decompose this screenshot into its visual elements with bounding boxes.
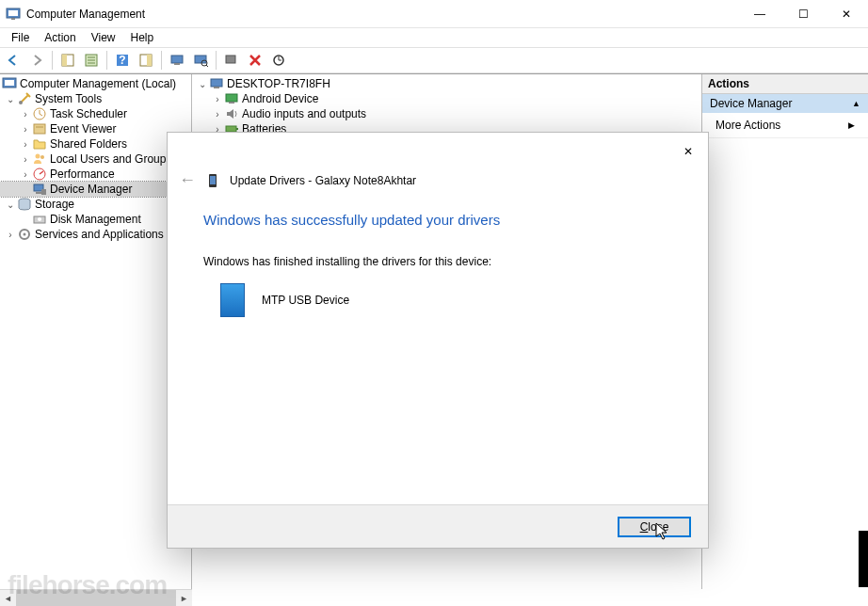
tree-local-users[interactable]: › Local Users and Groups (0, 152, 191, 167)
update-driver-icon[interactable] (267, 49, 290, 72)
dialog-footer: Close (168, 504, 708, 548)
close-button[interactable]: Close (618, 517, 691, 537)
tree-device-manager[interactable]: Device Manager (0, 182, 191, 197)
tree-root-label: Computer Management (Local) (20, 77, 176, 90)
chevron-right-icon[interactable]: › (19, 122, 32, 136)
chevron-right-icon[interactable]: › (19, 167, 32, 181)
performance-icon (32, 167, 47, 182)
action-pane-button[interactable] (135, 49, 157, 72)
svg-rect-4 (62, 55, 67, 66)
tree-performance[interactable]: › Performance (0, 167, 191, 182)
tree-system-tools[interactable]: ⌄ System Tools (0, 91, 191, 106)
svg-rect-37 (211, 79, 222, 87)
chevron-right-icon[interactable]: › (211, 92, 224, 105)
svg-line-17 (206, 65, 208, 67)
device-audio[interactable]: › Audio inputs and outputs (192, 106, 701, 121)
svg-rect-31 (41, 189, 46, 195)
svg-rect-1 (8, 10, 18, 16)
svg-rect-24 (34, 124, 45, 134)
properties-button[interactable] (80, 49, 103, 72)
device-manager-icon (32, 182, 47, 197)
maximize-button[interactable]: ☐ (781, 0, 825, 28)
chevron-right-icon[interactable]: › (211, 107, 224, 120)
svg-rect-12 (147, 55, 152, 66)
device-computer-icon[interactable] (166, 49, 188, 72)
more-actions-item[interactable]: More Actions ▶ (702, 113, 868, 138)
dialog-headline: Windows has successfully updated your dr… (203, 212, 500, 228)
menu-action[interactable]: Action (37, 29, 83, 46)
tree-label: Device Manager (50, 183, 132, 196)
help-button[interactable]: ? (111, 49, 134, 72)
device-root[interactable]: ⌄ DESKTOP-TR7I8FH (192, 76, 701, 91)
speaker-icon (224, 106, 239, 121)
chevron-down-icon[interactable]: ⌄ (4, 92, 17, 105)
svg-point-34 (38, 217, 41, 221)
chevron-down-icon[interactable]: ⌄ (196, 77, 209, 90)
svg-point-27 (40, 155, 44, 159)
tree-services[interactable]: › Services and Applications (0, 227, 191, 242)
console-tree[interactable]: Computer Management (Local) ⌄ System Too… (0, 74, 192, 589)
show-hide-tree-button[interactable] (56, 49, 79, 72)
dialog-header: ← Update Drivers - Galaxy Note8Akhtar (179, 170, 416, 190)
chevron-right-icon[interactable]: › (19, 107, 32, 120)
menu-help[interactable]: Help (123, 29, 162, 46)
scroll-thumb[interactable] (16, 590, 176, 606)
tree-root[interactable]: Computer Management (Local) (0, 76, 191, 91)
menu-view[interactable]: View (84, 29, 123, 46)
horizontal-scrollbar[interactable]: ◄ ► (0, 589, 192, 606)
svg-point-26 (36, 154, 40, 159)
svg-rect-15 (195, 56, 206, 63)
tree-label: Local Users and Groups (50, 152, 171, 166)
tree-storage[interactable]: ⌄ Storage (0, 197, 191, 212)
svg-rect-18 (226, 56, 235, 63)
back-arrow-icon[interactable]: ← (179, 170, 196, 190)
back-button[interactable] (2, 49, 24, 72)
svg-rect-2 (11, 18, 15, 20)
tree-event-viewer[interactable]: › Event Viewer (0, 121, 191, 136)
chevron-right-icon[interactable]: › (19, 137, 32, 151)
uninstall-icon[interactable] (220, 49, 243, 72)
svg-point-36 (24, 233, 26, 236)
minimize-button[interactable]: — (738, 0, 781, 28)
actions-header: Actions (702, 74, 868, 94)
window-controls: — ☐ ✕ (738, 0, 868, 28)
toolbar: ? (0, 47, 868, 73)
computer-mgmt-icon (2, 76, 17, 91)
chevron-down-icon[interactable]: ⌄ (4, 198, 17, 211)
svg-rect-14 (174, 63, 180, 65)
device-root-label: DESKTOP-TR7I8FH (227, 77, 330, 90)
menu-bar: File Action View Help (0, 28, 868, 47)
scroll-left-button[interactable]: ◄ (0, 590, 16, 606)
tree-label: Shared Folders (50, 137, 127, 151)
tree-disk-management[interactable]: Disk Management (0, 212, 191, 227)
dialog-close-button[interactable]: ✕ (683, 142, 693, 159)
actions-section-header[interactable]: Device Manager ▲ (702, 94, 868, 113)
svg-rect-40 (229, 102, 234, 104)
tree-label: Services and Applications (35, 228, 164, 241)
actions-item-label: More Actions (715, 119, 780, 132)
device-label: Audio inputs and outputs (242, 107, 366, 120)
menu-file[interactable]: File (4, 29, 37, 46)
tree-label: Task Scheduler (50, 107, 127, 120)
device-android[interactable]: › Android Device (192, 91, 701, 106)
scan-hardware-icon[interactable] (189, 49, 212, 72)
update-drivers-dialog: ✕ ← Update Drivers - Galaxy Note8Akhtar … (167, 132, 709, 549)
users-icon (32, 152, 47, 167)
svg-rect-38 (214, 87, 219, 88)
tree-task-scheduler[interactable]: › Task Scheduler (0, 106, 191, 121)
app-icon (6, 7, 21, 22)
window-title: Computer Management (26, 8, 738, 21)
tree-shared-folders[interactable]: › Shared Folders (0, 136, 191, 152)
tree-label: Disk Management (50, 213, 141, 226)
svg-rect-44 (210, 176, 216, 184)
chevron-right-icon[interactable]: › (4, 228, 17, 241)
scroll-right-button[interactable]: ► (176, 590, 192, 606)
tree-label: Performance (50, 167, 115, 181)
forward-button[interactable] (25, 49, 48, 72)
storage-icon (17, 197, 32, 212)
svg-rect-39 (226, 94, 237, 102)
chevron-right-icon[interactable]: › (19, 152, 32, 166)
folder-icon (32, 136, 47, 152)
disable-icon[interactable] (244, 49, 266, 72)
close-window-button[interactable]: ✕ (825, 0, 868, 28)
